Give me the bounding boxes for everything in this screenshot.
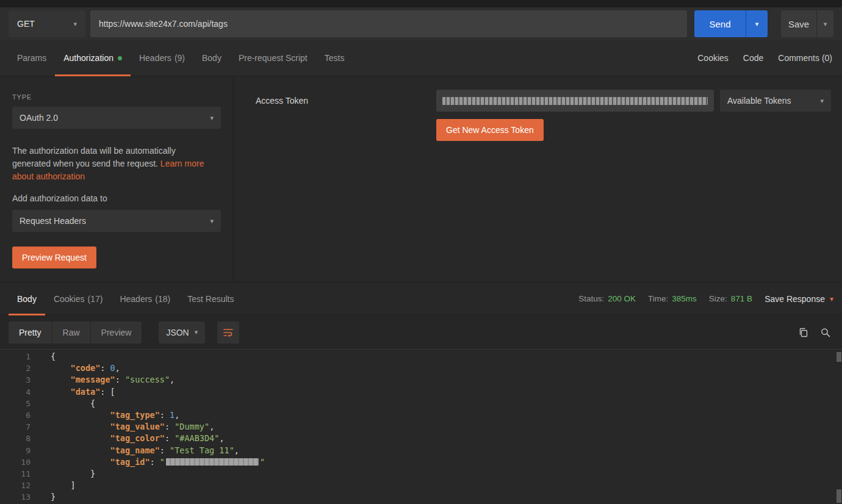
chevron-down-icon xyxy=(824,21,827,27)
code-line: 2 "code": 0, xyxy=(0,362,842,374)
scrollbar-thumb[interactable] xyxy=(837,352,841,362)
code-lines: 1{2 "code": 0,3 "message": "success",4 "… xyxy=(0,351,842,503)
chevron-down-icon xyxy=(210,115,214,121)
add-auth-data-value: Request Headers xyxy=(20,216,86,226)
time-pair: Time: 385ms xyxy=(648,294,697,303)
request-tabs-bar: Params Authorization Headers (9) Body Pr… xyxy=(0,40,842,76)
response-tab-body[interactable]: Body xyxy=(9,283,45,315)
save-button[interactable]: Save xyxy=(781,10,816,37)
chevron-down-icon xyxy=(755,21,759,27)
save-response-label: Save Response xyxy=(765,294,825,304)
tab-body-label: Body xyxy=(202,53,221,63)
size-label: Size: xyxy=(709,294,727,303)
search-response-button[interactable] xyxy=(820,327,831,338)
line-number: 9 xyxy=(0,445,31,456)
cookies-link[interactable]: Cookies xyxy=(697,53,729,63)
chevron-down-icon xyxy=(73,21,77,27)
add-auth-data-select[interactable]: Request Headers xyxy=(12,210,221,232)
auth-type-select[interactable]: OAuth 2.0 xyxy=(12,107,221,129)
time-value: 385ms xyxy=(672,294,697,303)
get-new-access-token-button[interactable]: Get New Access Token xyxy=(436,119,544,141)
wrap-text-icon xyxy=(223,327,234,338)
size-value: 871 B xyxy=(731,294,752,303)
window-top-strip xyxy=(0,0,842,7)
view-preview-label: Preview xyxy=(101,328,132,337)
save-button-group: Save xyxy=(781,10,833,37)
available-tokens-value: Available Tokens xyxy=(727,96,791,106)
line-content: "tag_value": "Dummy", xyxy=(31,421,214,433)
http-method-value: GET xyxy=(17,19,35,29)
tab-pre-request-script-label: Pre-request Script xyxy=(239,53,308,63)
wrap-text-button[interactable] xyxy=(217,322,239,344)
http-method-select[interactable]: GET xyxy=(9,10,85,37)
response-toolbar: Pretty Raw Preview JSON xyxy=(0,315,842,349)
line-number: 3 xyxy=(0,374,31,386)
available-tokens-select[interactable]: Available Tokens xyxy=(720,90,831,112)
view-raw-button[interactable]: Raw xyxy=(52,322,91,344)
code-line: 3 "message": "success", xyxy=(0,374,842,386)
code-line: 5 { xyxy=(0,398,842,409)
save-button-label: Save xyxy=(788,19,809,29)
auth-active-dot-icon xyxy=(118,56,122,60)
line-content: { xyxy=(31,398,95,409)
tab-params[interactable]: Params xyxy=(9,40,55,76)
auth-type-value: OAuth 2.0 xyxy=(20,113,58,123)
auth-description: The authorization data will be automatic… xyxy=(12,145,214,183)
view-preview-button[interactable]: Preview xyxy=(91,322,142,344)
response-tab-cookies-label: Cookies xyxy=(54,294,85,304)
tab-headers[interactable]: Headers (9) xyxy=(131,40,193,76)
request-bar: GET Send Save xyxy=(0,7,842,40)
response-format-value: JSON xyxy=(166,328,189,337)
view-pretty-label: Pretty xyxy=(19,328,41,337)
response-tab-cookies[interactable]: Cookies (17) xyxy=(45,283,112,315)
authorization-type-column: TYPE OAuth 2.0 The authorization data wi… xyxy=(0,76,234,282)
postman-window: GET Send Save Params Authorization xyxy=(0,0,842,504)
line-number: 12 xyxy=(0,480,31,491)
response-tab-cookies-count: (17) xyxy=(88,294,103,304)
line-content: "data": [ xyxy=(31,386,115,398)
tab-body[interactable]: Body xyxy=(193,40,230,76)
url-input[interactable] xyxy=(90,10,687,37)
response-tab-test-results[interactable]: Test Results xyxy=(179,283,242,315)
line-number: 6 xyxy=(0,409,31,421)
send-button[interactable]: Send xyxy=(694,10,746,37)
access-token-label: Access Token xyxy=(256,96,308,106)
line-number: 11 xyxy=(0,468,31,480)
response-format-select[interactable]: JSON xyxy=(159,322,205,344)
chevron-down-icon xyxy=(830,295,833,303)
tab-pre-request-script[interactable]: Pre-request Script xyxy=(230,40,316,76)
preview-request-button[interactable]: Preview Request xyxy=(12,247,96,268)
save-response-button[interactable]: Save Response xyxy=(765,294,833,304)
line-number: 4 xyxy=(0,386,31,398)
response-toolbar-right xyxy=(798,327,831,338)
code-line: 9 "tag_name": "Test Tag 11", xyxy=(0,445,842,456)
code-line: 10 "tag_id": "" xyxy=(0,456,842,468)
auth-description-text: The authorization data will be automatic… xyxy=(12,146,176,168)
request-tabs-right: Cookies Code Comments (0) xyxy=(697,40,833,76)
tab-authorization[interactable]: Authorization xyxy=(55,40,131,76)
response-tab-headers[interactable]: Headers (18) xyxy=(111,283,179,315)
access-token-input[interactable] xyxy=(436,90,714,112)
view-pretty-button[interactable]: Pretty xyxy=(9,322,52,344)
code-line: 12 ] xyxy=(0,480,842,491)
tab-tests[interactable]: Tests xyxy=(316,40,353,76)
copy-response-button[interactable] xyxy=(798,327,809,338)
copy-icon xyxy=(798,327,809,338)
response-tab-test-results-label: Test Results xyxy=(187,294,234,304)
line-number: 1 xyxy=(0,351,31,362)
line-number: 7 xyxy=(0,421,31,433)
search-icon xyxy=(820,327,831,338)
send-options-button[interactable] xyxy=(746,10,768,37)
response-meta: Status: 200 OK Time: 385ms Size: 871 B S… xyxy=(578,283,833,315)
scrollbar-thumb[interactable] xyxy=(837,489,841,503)
code-link[interactable]: Code xyxy=(743,53,763,63)
comments-link[interactable]: Comments (0) xyxy=(778,53,832,63)
response-body-viewer: 1{2 "code": 0,3 "message": "success",4 "… xyxy=(0,349,842,504)
size-pair: Size: 871 B xyxy=(709,294,752,303)
chevron-down-icon xyxy=(210,218,214,225)
time-label: Time: xyxy=(648,294,668,303)
type-label: TYPE xyxy=(12,93,221,101)
line-content: { xyxy=(31,351,56,362)
save-options-button[interactable] xyxy=(816,10,833,37)
tab-tests-label: Tests xyxy=(325,53,345,63)
